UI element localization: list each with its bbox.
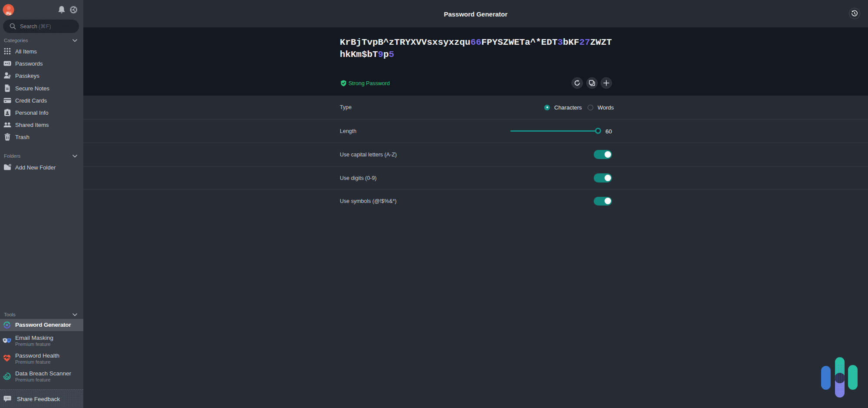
svg-text:Pa: Pa [7,11,11,16]
